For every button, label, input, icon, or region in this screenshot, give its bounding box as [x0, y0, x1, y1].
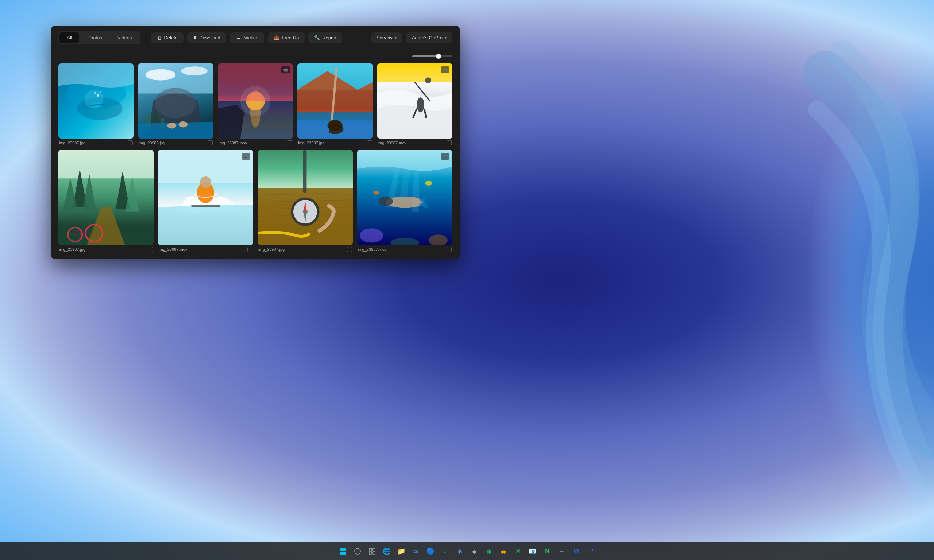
media-item-label: img_23987.mov	[377, 140, 452, 145]
taskbar-icon-spotify[interactable]: ♪	[439, 545, 452, 558]
chevron-down-icon: ▾	[445, 36, 447, 40]
desktop-swirl-decoration	[715, 0, 934, 560]
delete-button[interactable]: 🗑 Delete	[151, 32, 183, 43]
svg-rect-69	[340, 552, 342, 555]
svg-point-61	[429, 235, 448, 245]
svg-rect-75	[373, 552, 375, 554]
svg-rect-68	[343, 548, 346, 551]
media-item-label: img_23987.jpg	[297, 140, 373, 145]
slider-fill	[412, 55, 439, 57]
svg-point-62	[390, 238, 419, 245]
taskbar-icon-taskview[interactable]	[365, 545, 379, 558]
tab-videos[interactable]: Videos	[110, 32, 139, 43]
media-thumbnail: 📹	[158, 150, 253, 245]
media-checkbox[interactable]	[148, 247, 153, 252]
svg-point-9	[94, 92, 96, 94]
svg-rect-46	[191, 205, 220, 207]
tab-all[interactable]: All	[60, 32, 79, 43]
taskbar-icon-app16[interactable]: P	[584, 545, 598, 558]
svg-point-43	[200, 177, 211, 188]
media-thumbnail	[59, 150, 154, 245]
media-thumbnail: 📹	[218, 63, 293, 138]
svg-point-66	[373, 191, 379, 195]
media-checkbox[interactable]	[208, 140, 213, 145]
media-checkbox[interactable]	[128, 140, 133, 145]
svg-rect-74	[369, 552, 372, 554]
download-button[interactable]: ⬇ Download	[187, 32, 226, 43]
media-checkbox[interactable]	[287, 140, 292, 145]
media-item[interactable]: 📹 img_23987.mov	[158, 150, 253, 252]
taskbar-icon-mail2[interactable]: 📧	[526, 545, 539, 558]
taskbar-icon-mail[interactable]: ✉	[409, 545, 422, 558]
taskbar-icon-search[interactable]	[351, 545, 364, 558]
svg-point-22	[240, 86, 271, 116]
media-thumbnail: 📹	[357, 150, 452, 245]
slider-thumb[interactable]	[436, 54, 441, 59]
sort-button[interactable]: Sory by ▾	[371, 32, 402, 43]
media-checkbox[interactable]	[247, 247, 253, 252]
taskbar-icon-app14[interactable]: →	[555, 545, 569, 558]
tab-group: All Photos Videos	[59, 31, 140, 44]
svg-point-17	[168, 123, 177, 129]
svg-point-18	[179, 122, 188, 128]
media-item[interactable]: img_23985.jpg	[138, 63, 213, 145]
video-badge: 📹	[281, 66, 290, 73]
taskbar-icon-windows[interactable]	[336, 545, 350, 558]
zoom-slider-track	[412, 55, 452, 57]
chevron-down-icon: ▾	[395, 36, 396, 40]
taskbar-icon-word[interactable]: W	[570, 545, 583, 558]
video-camera-icon: 📹	[442, 68, 448, 72]
repair-button[interactable]: 🔧 Repair	[308, 32, 342, 43]
device-selector[interactable]: Adam's GoPro ▾	[406, 32, 452, 43]
video-badge: 📹	[441, 66, 450, 73]
media-thumbnail: 📹	[377, 63, 452, 138]
taskbar-icon-discord[interactable]: ◈	[453, 545, 466, 558]
media-thumbnail	[257, 150, 353, 245]
media-filename: img_23987.jpg	[298, 141, 324, 145]
media-item[interactable]: img_23987.jpg	[257, 150, 353, 252]
media-item-label: img_23987.jpg	[59, 247, 154, 252]
media-checkbox[interactable]	[447, 247, 452, 252]
svg-point-11	[146, 69, 176, 80]
freeup-button[interactable]: 📤 Free Up	[268, 32, 305, 43]
media-filename: img_23987.jpg	[59, 247, 85, 252]
taskbar-icon-app9[interactable]: ◆	[468, 545, 481, 558]
backup-button[interactable]: ☁ Backup	[230, 32, 264, 43]
repair-icon: 🔧	[314, 35, 320, 40]
taskbar-icon-explorer[interactable]: 📁	[395, 545, 408, 558]
taskbar-icon-xbox[interactable]: ✕	[512, 545, 525, 558]
svg-point-29	[417, 97, 424, 112]
media-checkbox[interactable]	[447, 140, 452, 145]
media-item-label: img_23987.mov	[357, 247, 452, 252]
svg-point-64	[379, 197, 393, 206]
media-checkbox[interactable]	[367, 140, 372, 145]
media-thumbnail	[297, 63, 373, 138]
taskbar-icon-app13[interactable]: N	[541, 545, 554, 558]
media-filename: img_23987.mov	[219, 141, 247, 145]
svg-rect-58	[303, 150, 307, 192]
media-item[interactable]: 📹 img_23987.mov	[377, 63, 452, 145]
taskbar-icon-chrome[interactable]: 🔵	[424, 545, 437, 558]
svg-point-8	[100, 91, 102, 92]
media-checkbox[interactable]	[347, 247, 352, 252]
taskbar-icon-app10[interactable]: ▦	[482, 545, 495, 558]
media-grid-row2: img_23987.jpg	[59, 150, 452, 252]
svg-rect-73	[373, 548, 375, 551]
media-item[interactable]: img_23987.jpg	[297, 63, 373, 145]
svg-rect-70	[343, 552, 346, 555]
svg-point-12	[181, 66, 208, 75]
media-item[interactable]: 📹 img_23987.mov	[357, 150, 452, 252]
media-item[interactable]: img_23987.jpg	[59, 150, 154, 252]
media-grid-row1: img_23987.jpg	[59, 63, 452, 145]
freeup-icon: 📤	[274, 35, 279, 40]
app-window: All Photos Videos 🗑 Delete ⬇ Download ☁ …	[51, 26, 460, 259]
backup-icon: ☁	[236, 35, 240, 40]
media-item-label: img_23987.jpg	[59, 140, 134, 145]
taskbar-icon-browser[interactable]: 🌐	[380, 545, 393, 558]
media-item[interactable]: img_23987.jpg	[59, 63, 134, 145]
tab-photos[interactable]: Photos	[80, 32, 109, 43]
media-filename: img_23987.jpg	[258, 247, 285, 252]
media-filename: img_23987.mov	[358, 247, 386, 252]
media-item[interactable]: 📹 img_23987.mov	[218, 63, 293, 145]
taskbar-icon-app11[interactable]: ◉	[497, 545, 510, 558]
